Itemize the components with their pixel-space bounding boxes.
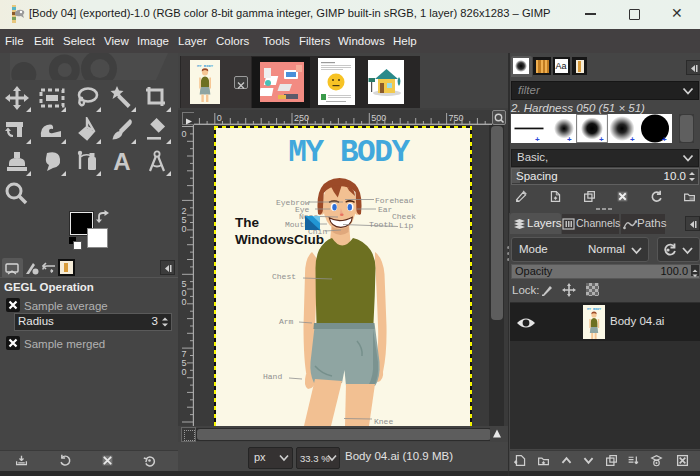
svg-text:Chest: Chest — [272, 272, 296, 281]
svg-text:A: A — [113, 149, 130, 175]
svg-text:Cheek: Cheek — [392, 212, 416, 221]
svg-text:0: 0 — [182, 129, 187, 139]
svg-text:Ear: Ear — [378, 205, 393, 214]
svg-text:250: 250 — [294, 113, 309, 123]
svg-text:+: + — [535, 135, 540, 143]
svg-text:500: 500 — [371, 113, 386, 123]
svg-text:WindowsClub: WindowsClub — [235, 232, 324, 247]
svg-text:0: 0 — [182, 367, 187, 377]
svg-text:Hand: Hand — [263, 372, 282, 381]
svg-text:MY BODY: MY BODY — [288, 135, 410, 170]
svg-text:0: 0 — [217, 113, 222, 123]
svg-text:0: 0 — [182, 297, 187, 307]
svg-text:Arm: Arm — [279, 317, 294, 326]
svg-text:+: + — [662, 135, 667, 143]
svg-text:Lip: Lip — [399, 221, 414, 230]
svg-text:MY BODY: MY BODY — [197, 64, 214, 68]
svg-text:The: The — [235, 215, 259, 230]
svg-text:Knee: Knee — [374, 417, 393, 426]
svg-text:+: + — [567, 135, 572, 143]
svg-text:Forehead: Forehead — [375, 196, 414, 205]
svg-text:750: 750 — [449, 113, 464, 123]
svg-text:0: 0 — [182, 224, 187, 234]
svg-text:+: + — [599, 135, 604, 143]
svg-text:MY BODY: MY BODY — [587, 307, 602, 311]
svg-text:+: + — [630, 135, 635, 143]
svg-text:Tooth: Tooth — [369, 220, 393, 229]
